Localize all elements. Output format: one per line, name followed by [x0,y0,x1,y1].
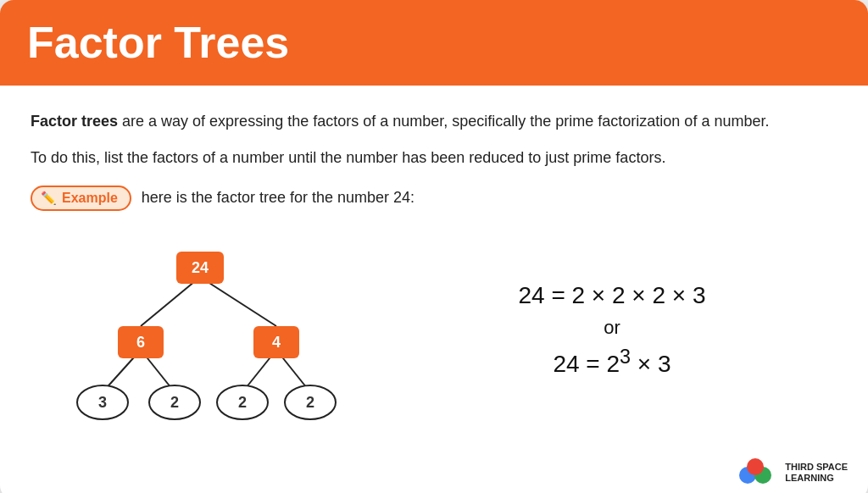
node-4: 4 [272,334,281,351]
pencil-icon: ✏️ [41,191,57,206]
node-24: 24 [192,259,209,276]
paragraph-1: Factor trees are a way of expressing the… [31,109,837,134]
formula-line-1: 24 = 2 × 2 × 2 × 3 [518,278,705,313]
formula-or: or [604,317,620,339]
example-row: ✏️ Example here is the factor tree for t… [31,186,837,211]
brand-line2: LEARNING [785,473,848,484]
example-label: Example [62,191,118,206]
brand-line1: THIRD SPACE [785,462,848,473]
formula-prefix: 24 = 23 × 3 [553,351,670,377]
brand-logo: THIRD SPACE LEARNING [739,457,848,489]
header: Factor Trees [0,0,868,86]
factor-tree: 24 6 4 3 2 2 [31,233,387,428]
content-area: Factor trees are a way of expressing the… [0,86,868,448]
formula-text-1: 24 = 2 × 2 × 2 × 3 [518,282,705,308]
example-badge: ✏️ Example [31,186,131,211]
node-2c: 2 [306,394,314,411]
diagram-section: 24 6 4 3 2 2 [31,233,837,428]
logo-svg [739,457,778,489]
bold-term: Factor trees [31,113,118,130]
node-6: 6 [136,334,145,351]
footer: THIRD SPACE LEARNING [0,448,868,493]
svg-line-0 [141,277,200,326]
svg-point-15 [747,458,764,475]
paragraph-1-rest: are a way of expressing the factors of a… [118,113,769,130]
node-2b: 2 [238,394,247,411]
tree-svg: 24 6 4 3 2 2 [31,233,387,428]
brand-name: THIRD SPACE LEARNING [785,462,848,484]
example-description: here is the factor tree for the number 2… [142,189,415,207]
formula-line-2: 24 = 23 × 3 [553,342,670,382]
main-card: Factor Trees Factor trees are a way of e… [0,0,868,493]
node-3: 3 [98,394,107,411]
node-2a: 2 [170,394,179,411]
page-title: Factor Trees [27,19,841,67]
formula-section: 24 = 2 × 2 × 2 × 3 or 24 = 23 × 3 [387,278,837,382]
svg-line-1 [200,277,276,326]
paragraph-2: To do this, list the factors of a number… [31,146,837,170]
